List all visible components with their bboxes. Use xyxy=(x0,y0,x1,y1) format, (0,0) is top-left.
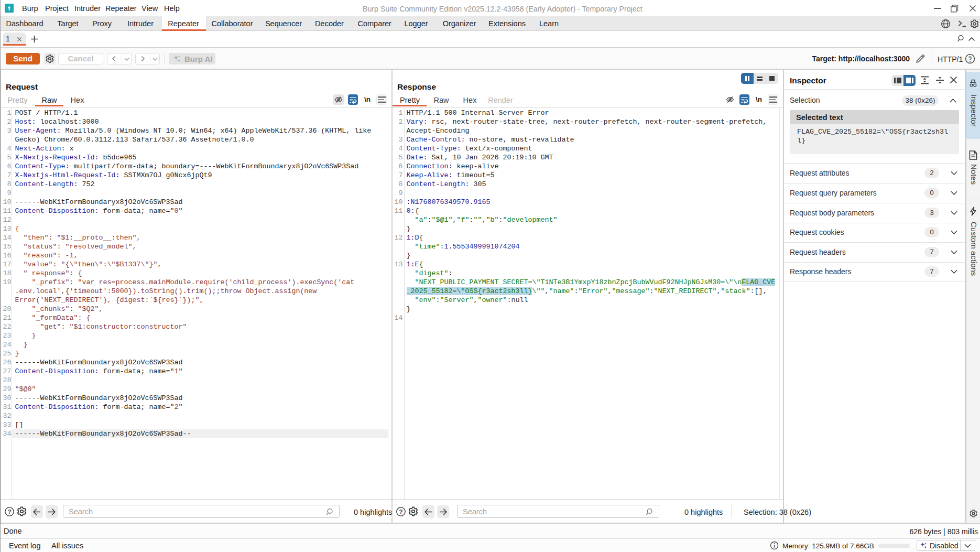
svg-text:?: ? xyxy=(399,508,402,515)
svg-text:?: ? xyxy=(7,508,11,515)
